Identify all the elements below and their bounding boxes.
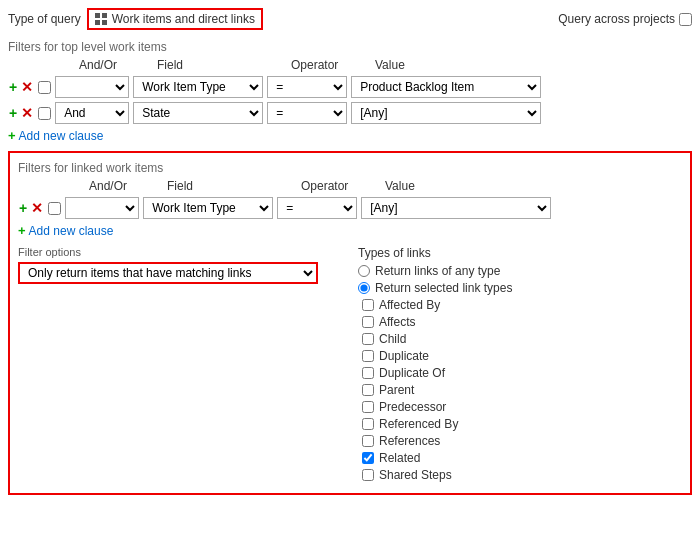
linked-filter-row-1: + ✕ And Or Work Item Type State Title = … (18, 197, 682, 219)
row2-remove-button[interactable]: ✕ (20, 106, 34, 120)
cb-references-label: References (379, 434, 440, 448)
cb-child-input[interactable] (362, 333, 374, 345)
cb-duplicate-of-label: Duplicate Of (379, 366, 445, 380)
linked-row1-andor-select[interactable]: And Or (65, 197, 139, 219)
radio-selected-types-input[interactable] (358, 282, 370, 294)
cb-duplicate-input[interactable] (362, 350, 374, 362)
filter-options-section: Filter options Only return items that ha… (18, 246, 682, 485)
cb-related-label: Related (379, 451, 420, 465)
filter-options-left: Filter options Only return items that ha… (18, 246, 328, 284)
radio-any-type: Return links of any type (358, 264, 682, 278)
linked-filters-label: Filters for linked work items (18, 161, 682, 175)
svg-rect-3 (102, 20, 107, 25)
row1-value-select[interactable]: Product Backlog Item Bug Task [Any] (351, 76, 541, 98)
cb-related: Related (358, 451, 682, 465)
query-across-projects: Query across projects (558, 12, 692, 26)
linked-add-clause-label: Add new clause (29, 224, 114, 238)
linked-filters-header: And/Or Field Operator Value (18, 179, 682, 193)
svg-rect-2 (95, 20, 100, 25)
radio-any-type-label: Return links of any type (375, 264, 500, 278)
top-level-filters-section: Filters for top level work items And/Or … (8, 40, 692, 143)
grid-icon (95, 13, 108, 26)
linked-col-field: Field (167, 179, 297, 193)
top-bar: Type of query Work items and direct link… (8, 8, 692, 30)
top-col-operator: Operator (291, 58, 371, 72)
cb-references: References (358, 434, 682, 448)
cb-duplicate: Duplicate (358, 349, 682, 363)
cb-duplicate-of: Duplicate Of (358, 366, 682, 380)
cb-shared-steps: Shared Steps (358, 468, 682, 482)
linked-col-operator: Operator (301, 179, 381, 193)
cb-affects-label: Affects (379, 315, 415, 329)
types-of-links-section: Types of links Return links of any type … (358, 246, 682, 485)
filter-options-select[interactable]: Only return items that have matching lin… (18, 262, 318, 284)
cb-predecessor: Predecessor (358, 400, 682, 414)
type-of-query-label: Type of query (8, 12, 81, 26)
row1-add-remove: + ✕ (8, 80, 34, 94)
row1-checkbox[interactable] (38, 81, 51, 94)
cb-referenced-by-label: Referenced By (379, 417, 458, 431)
linked-row1-operator-select[interactable]: = != (277, 197, 357, 219)
linked-col-andor: And/Or (89, 179, 163, 193)
cb-affected-by: Affected By (358, 298, 682, 312)
top-filter-row-1: + ✕ And Or Work Item Type State Title = … (8, 76, 692, 98)
top-col-field: Field (157, 58, 287, 72)
cb-duplicate-of-input[interactable] (362, 367, 374, 379)
row2-add-button[interactable]: + (8, 106, 18, 120)
row1-add-button[interactable]: + (8, 80, 18, 94)
top-filter-row-2: + ✕ And Or State Work Item Type Title = … (8, 102, 692, 124)
linked-row1-add-remove: + ✕ (18, 201, 44, 215)
cb-parent-input[interactable] (362, 384, 374, 396)
cb-duplicate-label: Duplicate (379, 349, 429, 363)
top-add-clause-button[interactable]: + Add new clause (8, 128, 103, 143)
row2-operator-select[interactable]: = != (267, 102, 347, 124)
cb-shared-steps-label: Shared Steps (379, 468, 452, 482)
cb-child: Child (358, 332, 682, 346)
svg-rect-1 (102, 13, 107, 18)
query-type-label: Work items and direct links (112, 12, 255, 26)
linked-row1-value-select[interactable]: [Any] Product Backlog Item Bug (361, 197, 551, 219)
top-filters-header: And/Or Field Operator Value (8, 58, 692, 72)
row2-field-select[interactable]: State Work Item Type Title (133, 102, 263, 124)
row2-add-remove: + ✕ (8, 106, 34, 120)
linked-add-clause-button[interactable]: + Add new clause (18, 223, 113, 238)
radio-any-type-input[interactable] (358, 265, 370, 277)
linked-row1-add-button[interactable]: + (18, 201, 28, 215)
query-type-button[interactable]: Work items and direct links (87, 8, 263, 30)
cb-affected-by-input[interactable] (362, 299, 374, 311)
row1-remove-button[interactable]: ✕ (20, 80, 34, 94)
row2-checkbox[interactable] (38, 107, 51, 120)
radio-selected-types-label: Return selected link types (375, 281, 512, 295)
cb-references-input[interactable] (362, 435, 374, 447)
top-bar-left: Type of query Work items and direct link… (8, 8, 263, 30)
row1-operator-select[interactable]: = != (267, 76, 347, 98)
row1-andor-select[interactable]: And Or (55, 76, 129, 98)
filter-options-label: Filter options (18, 246, 328, 258)
cb-predecessor-label: Predecessor (379, 400, 446, 414)
cb-referenced-by-input[interactable] (362, 418, 374, 430)
linked-row1-checkbox[interactable] (48, 202, 61, 215)
linked-row1-remove-button[interactable]: ✕ (30, 201, 44, 215)
cb-referenced-by: Referenced By (358, 417, 682, 431)
cb-affected-by-label: Affected By (379, 298, 440, 312)
row2-andor-select[interactable]: And Or (55, 102, 129, 124)
linked-filters-section: Filters for linked work items And/Or Fie… (8, 151, 692, 495)
radio-selected-types: Return selected link types (358, 281, 682, 295)
top-add-clause-label: Add new clause (19, 129, 104, 143)
top-filters-label: Filters for top level work items (8, 40, 692, 54)
svg-rect-0 (95, 13, 100, 18)
row2-value-select[interactable]: [Any] Active Resolved (351, 102, 541, 124)
types-of-links-label: Types of links (358, 246, 682, 260)
query-across-label: Query across projects (558, 12, 675, 26)
row1-field-select[interactable]: Work Item Type State Title (133, 76, 263, 98)
cb-predecessor-input[interactable] (362, 401, 374, 413)
cb-shared-steps-input[interactable] (362, 469, 374, 481)
cb-affects-input[interactable] (362, 316, 374, 328)
linked-row1-field-select[interactable]: Work Item Type State Title (143, 197, 273, 219)
cb-child-label: Child (379, 332, 406, 346)
linked-add-clause-plus-icon: + (18, 223, 26, 238)
query-across-checkbox[interactable] (679, 13, 692, 26)
cb-parent-label: Parent (379, 383, 414, 397)
top-col-andor: And/Or (79, 58, 153, 72)
cb-related-input[interactable] (362, 452, 374, 464)
